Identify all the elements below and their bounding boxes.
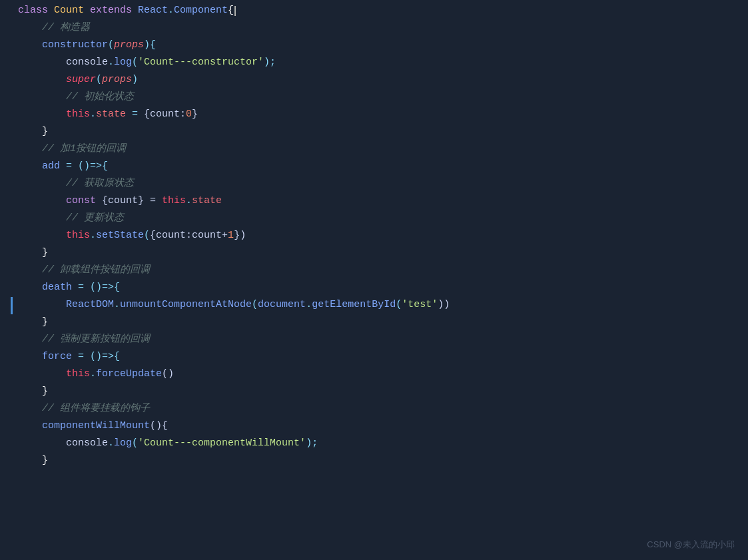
token-punctuation: (: [132, 437, 138, 449]
token-plain: {count} =: [96, 195, 162, 206]
line-content: this.state = {count:0}: [18, 107, 737, 123]
line-content: console.log('Count---componentWillMount'…: [18, 435, 737, 451]
code-line: // 组件将要挂载的钩子: [0, 401, 748, 418]
token-punctuation: .: [186, 195, 192, 206]
token-plain: )): [438, 299, 450, 310]
code-line: this.setState({count:count+1}): [0, 228, 748, 245]
code-line: // 卸载组件按钮的回调: [0, 262, 748, 280]
token-plain: }): [234, 230, 246, 241]
code-line: // 更新状态: [0, 210, 748, 228]
line-content: // 初始化状态: [18, 89, 737, 105]
token-kw-this: this: [162, 195, 186, 206]
token-plain: (): [162, 368, 174, 380]
token-string: 'Count---componentWillMount': [138, 437, 306, 449]
token-comment-cn: // 加1按钮的回调: [42, 143, 126, 154]
token-punctuation: );: [264, 57, 276, 68]
token-plain: }: [192, 109, 198, 120]
token-class-name: Count: [54, 5, 84, 16]
token-plain: {count:count+: [150, 230, 228, 241]
code-line: ReactDOM.unmountComponentAtNode(document…: [0, 297, 748, 314]
line-content: // 加1按钮的回调: [18, 141, 737, 157]
token-operator: =: [60, 160, 78, 172]
token-plain: console: [66, 437, 108, 449]
line-content: componentWillMount(){: [18, 418, 737, 434]
code-line: constructor(props){: [0, 37, 748, 55]
token-punctuation: );: [306, 437, 318, 449]
token-brace: {: [228, 5, 234, 16]
token-punctuation: (: [108, 39, 114, 51]
token-brace: }: [42, 386, 48, 397]
code-line: }: [0, 314, 748, 332]
token-punctuation: .: [90, 109, 96, 120]
token-punctuation: .: [108, 437, 114, 449]
line-content: this.setState({count:count+1}): [18, 228, 737, 244]
line-content: console.log('Count---constructor');: [18, 55, 737, 71]
line-content: // 获取原状态: [18, 176, 737, 192]
token-punctuation: .: [90, 368, 96, 380]
line-content: this.forceUpdate(): [18, 366, 737, 382]
token-punctuation: (: [396, 299, 402, 310]
token-method-name: death: [42, 282, 72, 293]
token-punctuation: (: [252, 299, 258, 310]
token-kw-extends: extends: [84, 5, 138, 16]
watermark: CSDN @未入流的小邱: [647, 538, 735, 552]
code-line: const {count} = this.state: [0, 193, 748, 210]
token-func-call: log: [114, 437, 132, 449]
line-content: class Count extends React.Component{: [18, 3, 737, 19]
token-operator: ()=>{: [78, 160, 108, 172]
token-brace: }: [42, 316, 48, 328]
token-comment-cn: // 构造器: [42, 22, 90, 33]
token-func-call: forceUpdate: [96, 368, 162, 380]
token-kw-super: super: [66, 74, 96, 85]
token-method-name: constructor: [42, 39, 108, 51]
code-line: }: [0, 453, 748, 470]
token-brace: }: [42, 126, 48, 137]
token-operator: ()=>{: [90, 282, 120, 293]
token-plain: console: [66, 57, 108, 68]
line-content: add = ()=>{: [18, 158, 737, 174]
token-method-name: force: [42, 351, 72, 362]
token-comment-cn: // 强制更新按钮的回调: [42, 334, 150, 345]
token-kw-this: this: [66, 230, 90, 241]
token-property: state: [192, 195, 222, 206]
code-line: }: [0, 124, 748, 141]
token-comment-cn: // 更新状态: [66, 212, 124, 224]
token-punctuation: .: [90, 230, 96, 241]
token-kw-class: class: [18, 5, 54, 16]
code-line: super(props): [0, 72, 748, 89]
code-editor: class Count extends React.Component{ // …: [0, 0, 748, 560]
token-property: state: [96, 109, 126, 120]
line-content: const {count} = this.state: [18, 193, 737, 209]
token-plain: {count:: [144, 109, 186, 120]
token-param: props: [114, 39, 144, 51]
code-line: add = ()=>{: [0, 158, 748, 176]
token-brace: }: [42, 247, 48, 258]
token-string: 'Count---constructor': [138, 57, 264, 68]
token-punctuation: ): [132, 74, 138, 85]
line-content: // 强制更新按钮的回调: [18, 332, 737, 348]
code-line: death = ()=>{: [0, 280, 748, 297]
token-punctuation: (: [96, 74, 102, 85]
token-func-call: setState: [96, 230, 144, 241]
code-line: this.state = {count:0}: [0, 107, 748, 124]
token-operator: =: [72, 282, 90, 293]
token-punctuation: .: [168, 5, 174, 16]
code-line: this.forceUpdate(): [0, 366, 748, 384]
line-content: // 组件将要挂载的钩子: [18, 401, 737, 417]
line-content: }: [18, 124, 737, 140]
line-content: }: [18, 384, 737, 400]
code-line: componentWillMount(){: [0, 418, 748, 435]
code-line: // 初始化状态: [0, 89, 748, 107]
text-cursor: [234, 6, 236, 16]
token-punctuation: (: [132, 57, 138, 68]
token-string: 'test': [402, 299, 438, 310]
token-number: 1: [228, 230, 234, 241]
code-line: console.log('Count---constructor');: [0, 55, 748, 72]
token-punctuation: ){: [144, 39, 156, 51]
line-content: // 更新状态: [18, 210, 737, 226]
token-operator: =: [126, 109, 144, 120]
line-content: constructor(props){: [18, 37, 737, 53]
token-comment-cn: // 获取原状态: [66, 178, 134, 189]
token-func-call: getElementById: [312, 299, 396, 310]
line-content: // 卸载组件按钮的回调: [18, 262, 737, 278]
